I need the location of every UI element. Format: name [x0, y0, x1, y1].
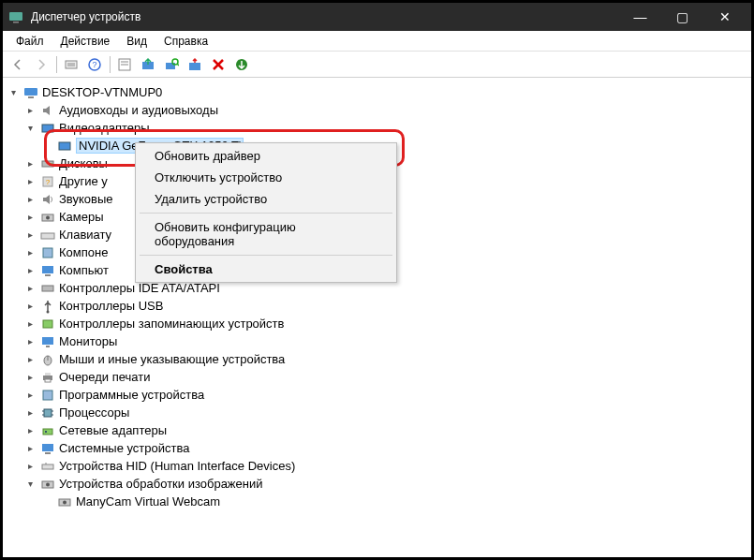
- maximize-button[interactable]: ▢: [661, 3, 703, 31]
- tree-item-netadapter[interactable]: Сетевые адаптеры: [7, 421, 747, 439]
- svg-rect-34: [43, 320, 52, 328]
- chevron-down-icon[interactable]: [23, 478, 37, 491]
- svg-rect-32: [42, 286, 53, 291]
- ctx-disable-device[interactable]: Отключить устройство: [138, 167, 394, 188]
- chevron-right-icon[interactable]: [23, 157, 37, 170]
- ctx-separator: [140, 255, 392, 256]
- scan-button[interactable]: [160, 53, 183, 76]
- system-device-icon: [40, 441, 55, 456]
- forward-button[interactable]: [30, 53, 52, 76]
- chevron-right-icon[interactable]: [23, 246, 37, 259]
- tree-root[interactable]: DESKTOP-VTNMUP0: [7, 83, 747, 101]
- minimize-button[interactable]: —: [619, 3, 661, 31]
- root-label: DESKTOP-VTNMUP0: [42, 85, 162, 99]
- chevron-right-icon[interactable]: [23, 317, 37, 331]
- cpu-icon: [40, 405, 55, 420]
- chevron-right-icon[interactable]: [23, 389, 37, 402]
- chevron-right-icon[interactable]: [23, 406, 37, 420]
- close-button[interactable]: ✕: [703, 3, 746, 31]
- disk-icon: [40, 156, 55, 171]
- svg-rect-0: [9, 12, 22, 21]
- camera-icon: [40, 210, 55, 225]
- back-button[interactable]: [7, 53, 29, 76]
- imaging-icon: [40, 477, 55, 492]
- menu-file[interactable]: Файл: [8, 33, 52, 49]
- show-hidden-button[interactable]: [60, 53, 82, 76]
- network-icon: [40, 423, 55, 438]
- install-legacy-button[interactable]: [230, 53, 253, 76]
- chevron-right-icon[interactable]: [23, 228, 37, 242]
- context-menu: Обновить драйвер Отключить устройство Уд…: [135, 142, 397, 283]
- svg-line-13: [177, 64, 179, 66]
- tree-item-audio[interactable]: Аудиовходы и аудиовыходы: [7, 101, 747, 119]
- chevron-right-icon[interactable]: [23, 353, 37, 366]
- chevron-right-icon[interactable]: [23, 424, 37, 437]
- ctx-refresh-config[interactable]: Обновить конфигурацию оборудования: [138, 216, 394, 252]
- device-tree[interactable]: DESKTOP-VTNMUP0 Аудиовходы и аудиовыходы…: [3, 78, 751, 557]
- tree-item-printq[interactable]: Очереди печати: [7, 368, 747, 386]
- chevron-down-icon[interactable]: [23, 122, 37, 135]
- menu-action[interactable]: Действие: [53, 33, 118, 49]
- chevron-right-icon[interactable]: [23, 460, 37, 473]
- chevron-right-icon[interactable]: [23, 104, 37, 117]
- svg-rect-14: [189, 63, 200, 70]
- tree-item-usb[interactable]: Контроллеры USB: [7, 297, 747, 315]
- ctx-update-driver[interactable]: Обновить драйвер: [138, 145, 394, 167]
- tree-item-storage[interactable]: Контроллеры запоминающих устройств: [7, 315, 747, 332]
- storage-icon: [40, 317, 55, 332]
- svg-rect-1: [13, 22, 19, 23]
- tree-item-monitors[interactable]: Мониторы: [7, 332, 747, 350]
- update-driver-icon[interactable]: [137, 53, 159, 76]
- uninstall-button[interactable]: [207, 53, 229, 76]
- tree-item-sysdev[interactable]: Системные устройства: [7, 439, 747, 457]
- svg-rect-40: [45, 373, 51, 376]
- svg-rect-21: [59, 142, 70, 150]
- chevron-right-icon[interactable]: [23, 211, 37, 224]
- chevron-right-icon[interactable]: [23, 193, 37, 206]
- properties-button[interactable]: [113, 53, 136, 76]
- svg-rect-41: [45, 379, 51, 382]
- tree-item-video[interactable]: Видеоадаптеры: [7, 119, 747, 137]
- menu-help[interactable]: Справка: [156, 33, 215, 49]
- computer-icon: [23, 85, 38, 100]
- svg-point-55: [46, 482, 50, 486]
- svg-rect-28: [41, 233, 54, 239]
- svg-rect-49: [45, 431, 47, 433]
- svg-rect-36: [46, 346, 50, 347]
- svg-point-27: [46, 215, 50, 219]
- sound-icon: [40, 192, 55, 207]
- chevron-right-icon[interactable]: [23, 175, 37, 188]
- svg-rect-43: [44, 409, 52, 417]
- chevron-right-icon[interactable]: [23, 282, 37, 295]
- component-icon: [40, 245, 55, 260]
- ctx-separator: [140, 213, 392, 214]
- tree-item-progdev[interactable]: Программные устройства: [7, 386, 747, 404]
- tree-item-webcam[interactable]: ManyCam Virtual Webcam: [7, 493, 747, 510]
- chevron-right-icon[interactable]: [23, 371, 37, 384]
- chevron-right-icon[interactable]: [23, 442, 37, 455]
- menu-view[interactable]: Вид: [119, 33, 155, 49]
- menubar: Файл Действие Вид Справка: [3, 31, 751, 52]
- ctx-remove-device[interactable]: Удалить устройство: [138, 188, 394, 210]
- chevron-right-icon[interactable]: [23, 264, 37, 277]
- svg-rect-20: [42, 125, 53, 132]
- svg-rect-29: [43, 248, 52, 258]
- display-adapter-icon: [57, 139, 72, 154]
- mouse-icon: [40, 352, 55, 367]
- chevron-right-icon[interactable]: [23, 300, 37, 313]
- app-icon: [8, 9, 23, 24]
- usb-icon: [40, 299, 55, 314]
- titlebar: Диспетчер устройств — ▢ ✕: [3, 3, 751, 31]
- help-button[interactable]: ?: [83, 53, 106, 76]
- svg-text:?: ?: [92, 60, 96, 69]
- tree-item-imaging[interactable]: Устройства обработки изображений: [7, 475, 747, 493]
- disable-button[interactable]: [184, 53, 206, 76]
- svg-point-57: [63, 500, 67, 504]
- tree-item-mice[interactable]: Мыши и иные указывающие устройства: [7, 350, 747, 368]
- toolbar: ?: [3, 52, 751, 78]
- chevron-down-icon[interactable]: [7, 86, 20, 99]
- chevron-right-icon[interactable]: [23, 335, 37, 348]
- tree-item-hid[interactable]: Устройства HID (Human Interface Devices): [7, 457, 747, 475]
- ctx-properties[interactable]: Свойства: [138, 258, 394, 280]
- tree-item-cpu[interactable]: Процессоры: [7, 404, 747, 421]
